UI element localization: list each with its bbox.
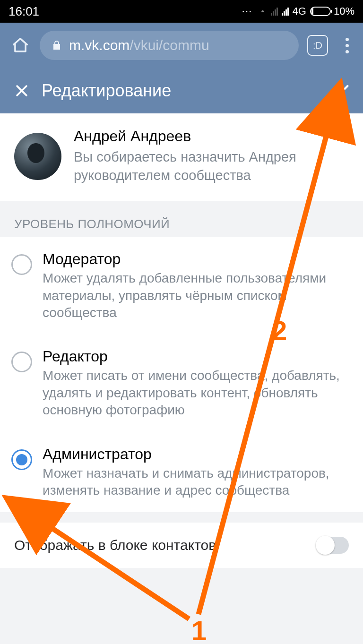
- radio-icon: [11, 449, 32, 470]
- signal-sim2-icon: [282, 7, 289, 16]
- battery-icon: [310, 7, 331, 16]
- role-title: Модератор: [43, 250, 349, 268]
- role-radio-group: Модератор Может удалять добавленные поль…: [0, 237, 363, 512]
- role-title: Администратор: [43, 446, 349, 463]
- battery-indicator: 10%: [310, 5, 354, 17]
- avatar: [14, 133, 61, 180]
- role-option-moderator[interactable]: Модератор Может удалять добавленные поль…: [0, 237, 363, 335]
- signal-sim1-icon: [271, 7, 278, 16]
- page-header: Редактирование: [0, 68, 363, 113]
- url-domain: m.vk.com: [69, 37, 130, 53]
- role-option-editor[interactable]: Редактор Может писать от имени сообществ…: [0, 335, 363, 432]
- lock-icon: [51, 40, 62, 51]
- section-header-permissions: УРОВЕНЬ ПОЛНОМОЧИЙ: [0, 201, 363, 237]
- home-icon[interactable]: [6, 31, 35, 60]
- url-bar[interactable]: m.vk.com/vkui/commu: [40, 31, 299, 60]
- battery-percent: 10%: [334, 5, 354, 17]
- user-name: Андрей Андреев: [74, 128, 349, 145]
- user-description: Вы собираетесь назначить Андрея руководи…: [74, 148, 349, 185]
- status-right: ⋯ 4G 10%: [242, 5, 354, 17]
- user-card: Андрей Андреев Вы собираетесь назначить …: [0, 113, 363, 201]
- url-path: /vkui/commu: [130, 37, 209, 53]
- browser-menu-icon[interactable]: [337, 38, 357, 53]
- show-in-contacts-row: Отображать в блоке контактов: [0, 523, 363, 568]
- status-time: 16:01: [9, 4, 242, 19]
- radio-icon: [11, 352, 32, 372]
- role-description: Может писать от имени сообщества, добавл…: [43, 367, 349, 419]
- radio-icon: [11, 254, 32, 275]
- android-status-bar: 16:01 ⋯ 4G 10%: [0, 0, 363, 23]
- annotation-label-1: 1: [191, 615, 207, 644]
- show-in-contacts-toggle[interactable]: [316, 537, 349, 554]
- status-more-dots-icon: ⋯: [242, 5, 255, 17]
- toggle-knob-icon: [316, 536, 335, 555]
- network-label: 4G: [293, 5, 306, 17]
- role-description: Может удалять добавленные пользователями…: [43, 270, 349, 321]
- confirm-button[interactable]: [330, 81, 353, 100]
- role-option-administrator[interactable]: Администратор Может назначать и снимать …: [0, 432, 363, 513]
- close-button[interactable]: [10, 83, 33, 99]
- role-title: Редактор: [43, 348, 349, 365]
- status-updown-icon: [259, 7, 267, 16]
- role-description: Может назначать и снимать администраторо…: [43, 465, 349, 499]
- page-title: Редактирование: [42, 81, 330, 101]
- tabs-face-icon: :D: [313, 40, 322, 51]
- tabs-button[interactable]: :D: [307, 35, 328, 56]
- toggle-label: Отображать в блоке контактов: [14, 537, 316, 553]
- browser-toolbar: m.vk.com/vkui/commu :D: [0, 23, 363, 68]
